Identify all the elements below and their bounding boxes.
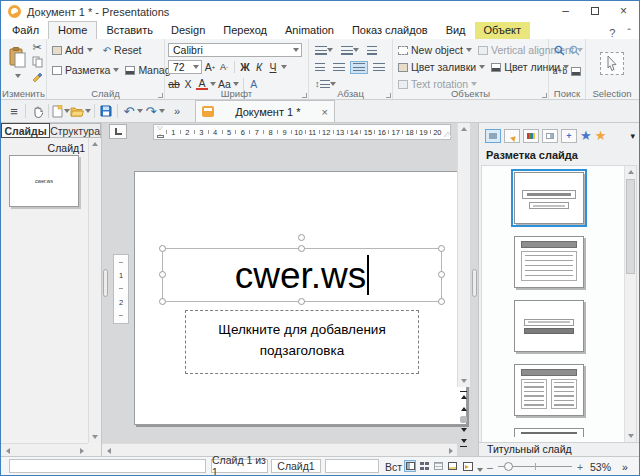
paragraph-dialog-launcher[interactable] bbox=[386, 93, 391, 98]
status-overflow-button[interactable]: » bbox=[622, 461, 628, 473]
bold-button[interactable]: Ж bbox=[239, 61, 251, 74]
menu-tab-Animation[interactable]: Animation bbox=[276, 22, 343, 39]
start-presentation-dropdown[interactable] bbox=[477, 468, 483, 475]
resize-handle-right[interactable] bbox=[438, 271, 445, 278]
shrink-font-button[interactable]: A- bbox=[218, 61, 230, 74]
open-document-button[interactable] bbox=[70, 102, 91, 120]
browse-object-button[interactable] bbox=[457, 413, 470, 425]
scroll-right-button[interactable] bbox=[76, 445, 88, 456]
resize-handle-top-right[interactable] bbox=[438, 245, 445, 252]
numbering-button[interactable] bbox=[338, 43, 362, 57]
hamburger-menu-button[interactable]: ≡ bbox=[6, 102, 22, 120]
goto-button[interactable] bbox=[571, 67, 581, 76]
canvas-hscrollbar[interactable] bbox=[102, 443, 457, 456]
zoom-in-button[interactable]: + bbox=[577, 461, 583, 473]
zoom-slider-knob[interactable] bbox=[504, 462, 513, 471]
slide-thumbnail[interactable]: cwer.ws bbox=[9, 155, 79, 207]
canvas-scroll-down-button[interactable] bbox=[458, 376, 470, 387]
menu-tab-Объект[interactable]: Объект bbox=[475, 22, 530, 39]
objects-dialog-launcher[interactable] bbox=[542, 93, 547, 98]
font-family-combo[interactable]: Calibri bbox=[168, 43, 302, 57]
indent-markers[interactable] bbox=[156, 125, 166, 139]
new-document-button[interactable] bbox=[52, 102, 70, 120]
touch-mode-button[interactable] bbox=[29, 102, 45, 120]
slide-dialog-launcher[interactable] bbox=[158, 93, 163, 98]
minimize-button[interactable]: – bbox=[551, 1, 580, 21]
document-tab[interactable]: Документ 1 * × bbox=[195, 100, 335, 122]
search-again-button[interactable] bbox=[569, 45, 580, 56]
scroll-up-button[interactable] bbox=[89, 138, 101, 149]
slide-layout-tab[interactable] bbox=[485, 129, 501, 143]
outline-view-button[interactable] bbox=[432, 460, 444, 472]
previous-slide-button[interactable] bbox=[457, 401, 470, 413]
layout-scroll-thumb[interactable] bbox=[626, 179, 635, 274]
layout-thumbnail-title-slide[interactable] bbox=[514, 172, 584, 224]
format-painter-button[interactable] bbox=[31, 69, 43, 82]
background-tab[interactable] bbox=[542, 129, 558, 143]
copy-button[interactable] bbox=[31, 55, 43, 68]
align-right-button[interactable] bbox=[370, 61, 388, 74]
open-document-dropdown[interactable] bbox=[85, 109, 91, 116]
layout-thumbnail-title-content[interactable] bbox=[514, 236, 584, 288]
insert-object-tab[interactable]: + bbox=[561, 129, 577, 143]
title-textbox[interactable]: cwer.ws bbox=[162, 248, 442, 302]
slides-panel-vscrollbar[interactable] bbox=[88, 138, 101, 443]
resize-handle-bottom-left[interactable] bbox=[159, 298, 166, 305]
master-edit-tab[interactable] bbox=[504, 129, 520, 143]
next-slide-button[interactable] bbox=[457, 425, 470, 437]
ruler-corner-button[interactable] bbox=[109, 124, 127, 139]
panel-tab-Слайды[interactable]: Слайды bbox=[1, 123, 50, 138]
resize-handle-top[interactable] bbox=[298, 245, 305, 252]
reset-slide-button[interactable]: ↶ Reset bbox=[101, 44, 144, 56]
italic-button[interactable]: К bbox=[253, 61, 265, 74]
collapse-ribbon-button[interactable]: ˆ bbox=[627, 27, 631, 39]
resize-handle-top-left[interactable] bbox=[159, 245, 166, 252]
menu-tab-Файл[interactable]: Файл bbox=[3, 22, 48, 39]
scroll-left-button[interactable] bbox=[1, 445, 13, 456]
paste-dropdown[interactable] bbox=[15, 74, 21, 81]
align-left-button[interactable] bbox=[330, 61, 348, 74]
cut-button[interactable]: ✂ bbox=[31, 41, 43, 54]
bullets-button[interactable] bbox=[312, 43, 336, 57]
layout-thumbnail-centered-text[interactable] bbox=[514, 300, 584, 352]
menu-tab-Вид[interactable]: Вид bbox=[437, 22, 475, 39]
search-button[interactable] bbox=[554, 45, 565, 56]
slide-canvas[interactable]: 1234567891011121314151617181920 12 cwer.… bbox=[102, 123, 478, 456]
save-button[interactable] bbox=[98, 102, 114, 120]
notes-view-button[interactable] bbox=[446, 460, 458, 472]
slide-surface[interactable]: cwer.ws Щелкните для добавления подзагол… bbox=[134, 171, 467, 425]
color-scheme-tab[interactable] bbox=[523, 129, 539, 143]
selection-mode-button[interactable] bbox=[600, 52, 624, 75]
menu-tab-Переход[interactable]: Переход bbox=[214, 22, 276, 39]
help-button[interactable]: ? bbox=[609, 27, 615, 39]
menu-tab-Показ слайдов[interactable]: Показ слайдов bbox=[343, 22, 437, 39]
menu-tab-Design[interactable]: Design bbox=[162, 22, 214, 39]
font-size-combo[interactable]: 72 bbox=[168, 60, 202, 74]
right-splitter-handle[interactable] bbox=[472, 269, 477, 297]
go-first-slide-button[interactable] bbox=[457, 389, 470, 401]
go-last-slide-button[interactable] bbox=[457, 437, 470, 449]
right-indent-marker[interactable] bbox=[444, 128, 452, 137]
layout-thumbnail-two-content[interactable] bbox=[514, 364, 584, 416]
underline-button[interactable]: Ч bbox=[267, 61, 279, 74]
layout-scroll-down-button[interactable] bbox=[625, 431, 636, 442]
panel-tab-Структура[interactable]: Структура bbox=[50, 123, 101, 138]
transition-star-icon[interactable]: ★ bbox=[595, 129, 607, 143]
resize-handle-bottom-right[interactable] bbox=[438, 298, 445, 305]
underline-dropdown[interactable] bbox=[281, 65, 287, 72]
insert-mode-indicator[interactable]: Вст bbox=[385, 461, 402, 473]
paste-button[interactable] bbox=[4, 41, 31, 87]
zoom-level-indicator[interactable]: 53% bbox=[590, 461, 611, 473]
layout-list-scrollbar[interactable] bbox=[624, 166, 636, 442]
decrease-indent-button[interactable] bbox=[312, 61, 328, 74]
rotation-handle[interactable] bbox=[298, 234, 305, 241]
menu-tab-Home[interactable]: Home bbox=[48, 21, 97, 39]
animation-star-icon[interactable]: ★ bbox=[580, 129, 592, 143]
layout-thumbnail-title-partial[interactable] bbox=[514, 428, 584, 437]
increase-indent-button[interactable] bbox=[364, 44, 380, 57]
subtitle-placeholder[interactable]: Щелкните для добавления подзаголовка bbox=[185, 310, 419, 374]
slide-layout-button[interactable]: Разметка bbox=[50, 64, 121, 76]
resize-handle-bottom[interactable] bbox=[298, 298, 305, 305]
replace-button[interactable]: a+b bbox=[553, 66, 567, 76]
canvas-vscrollbar[interactable] bbox=[457, 123, 470, 387]
